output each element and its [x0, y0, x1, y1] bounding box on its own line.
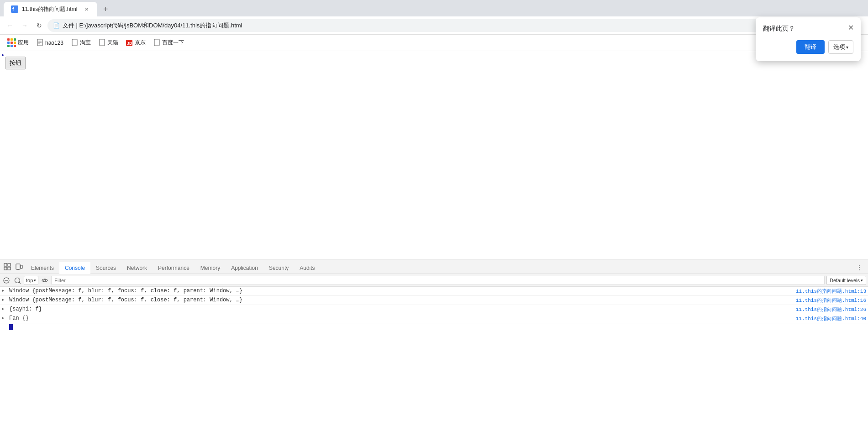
- console-input-row[interactable]: ▶: [0, 323, 868, 331]
- new-tab-btn[interactable]: +: [99, 3, 112, 16]
- inspect-element-btn[interactable]: [2, 261, 13, 272]
- console-link-4[interactable]: 11.this的指向问题.html:40: [796, 315, 866, 322]
- expand-icon-1[interactable]: ▶: [2, 288, 4, 293]
- translate-popup-title: 翻译此页？: [763, 25, 853, 33]
- page-body: 按钮: [0, 51, 868, 259]
- devtools-toolbar: Elements Console Sources Network Perform…: [0, 259, 868, 274]
- translate-popup: ✕ 翻译此页？ 翻译 选项 ▾: [756, 17, 861, 61]
- browser-frame: f 11.this的指向问题.html ✕ + ← → ↻ 📄 文件 | E:/…: [0, 0, 868, 437]
- nav-bar: ← → ↻ 📄 文件 | E:/javascript代码/jsBOM和DOM/d…: [0, 16, 868, 35]
- svg-text:JD: JD: [127, 41, 132, 46]
- svg-rect-19: [21, 265, 22, 269]
- apps-label: 应用: [18, 39, 29, 47]
- filter-icon-btn[interactable]: [13, 276, 22, 285]
- expand-icon-3[interactable]: ▶: [2, 306, 4, 311]
- context-value: top: [26, 278, 33, 283]
- console-row: ▶ Fan {} 11.this的指向问题.html:40: [0, 314, 868, 323]
- eye-icon-btn[interactable]: [40, 276, 49, 285]
- svg-rect-17: [16, 264, 20, 269]
- console-link-1[interactable]: 11.this的指向问题.html:13: [796, 288, 866, 295]
- bookmark-tianmao[interactable]: 天猫: [95, 37, 122, 48]
- clear-console-btn[interactable]: [2, 276, 11, 285]
- reload-icon: ↻: [37, 22, 42, 29]
- bookmark-baidu-icon: [153, 39, 160, 47]
- context-selector[interactable]: top ▾: [24, 276, 38, 285]
- options-chevron-icon: ▾: [846, 45, 848, 50]
- devtools-panel: Elements Console Sources Network Perform…: [0, 259, 868, 437]
- translate-close-btn[interactable]: ✕: [845, 22, 856, 33]
- svg-rect-13: [4, 263, 7, 266]
- chevron-down-icon: ▾: [34, 278, 36, 283]
- tab-security[interactable]: Security: [263, 262, 294, 275]
- bookmark-hao123[interactable]: hao123: [32, 37, 67, 48]
- tab-memory[interactable]: Memory: [195, 262, 226, 275]
- bookmark-apps[interactable]: 应用: [4, 37, 32, 49]
- bookmark-baidu-label: 百度一下: [162, 39, 184, 47]
- console-text-3: {sayhi: f}: [9, 306, 792, 312]
- bookmark-jd[interactable]: JD 京东: [122, 37, 149, 48]
- console-row: ▶ Window {postMessage: f, blur: f, focus…: [0, 296, 868, 305]
- tab-favicon: f: [11, 5, 18, 13]
- tab-bar: f 11.this的指向问题.html ✕ +: [0, 0, 868, 16]
- bookmark-doc-icon: [36, 39, 43, 47]
- filter-input[interactable]: [51, 276, 825, 285]
- svg-rect-16: [8, 267, 11, 270]
- options-btn[interactable]: 选项 ▾: [828, 40, 853, 54]
- bookmark-tianmao-label: 天猫: [107, 39, 118, 47]
- close-icon: ✕: [848, 23, 854, 32]
- bookmark-jd-icon: JD: [126, 39, 133, 47]
- apps-icon: [7, 38, 16, 47]
- console-cursor: [9, 324, 13, 330]
- page-content: 按钮: [0, 51, 868, 437]
- more-tabs-btn[interactable]: ⋮: [852, 261, 866, 274]
- tab-elements[interactable]: Elements: [26, 262, 59, 275]
- tab-title: 11.this的指向问题.html: [22, 5, 77, 13]
- address-bar[interactable]: 📄 文件 | E:/javascript代码/jsBOM和DOM/day04/1…: [47, 19, 806, 32]
- svg-rect-20: [21, 268, 22, 269]
- translate-popup-actions: 翻译 选项 ▾: [763, 40, 853, 54]
- console-link-2[interactable]: 11.this的指向问题.html:16: [796, 297, 866, 304]
- devtools-tabs: Elements Console Sources Network Perform…: [26, 259, 866, 274]
- bookmark-taobao-icon: [71, 39, 78, 47]
- forward-btn[interactable]: →: [18, 19, 31, 32]
- console-output: ▶ Window {postMessage: f, blur: f, focus…: [0, 287, 868, 437]
- expand-icon-4[interactable]: ▶: [2, 316, 4, 321]
- bookmark-tianmao-icon: [98, 39, 105, 47]
- console-text-4: Fan {}: [9, 315, 792, 321]
- svg-rect-9: [100, 39, 105, 46]
- bookmark-jd-label: 京东: [135, 39, 146, 47]
- levels-chevron-icon: ▾: [861, 278, 863, 283]
- tab-network[interactable]: Network: [121, 262, 153, 275]
- console-row: ▶ {sayhi: f} 11.this的指向问题.html:26: [0, 305, 868, 314]
- levels-label: Default levels: [830, 278, 860, 283]
- console-text-1: Window {postMessage: f, blur: f, focus: …: [9, 288, 792, 294]
- bookmark-baidu[interactable]: 百度一下: [149, 37, 188, 48]
- console-link-3[interactable]: 11.this的指向问题.html:26: [796, 306, 866, 313]
- levels-dropdown[interactable]: Default levels ▾: [826, 276, 866, 285]
- svg-rect-12: [154, 39, 159, 46]
- file-icon: 📄: [53, 22, 60, 29]
- bookmark-hao123-label: hao123: [45, 40, 63, 46]
- console-text-2: Window {postMessage: f, blur: f, focus: …: [9, 297, 792, 303]
- tab-close-btn[interactable]: ✕: [83, 5, 90, 13]
- svg-rect-14: [8, 263, 11, 266]
- bookmark-taobao-label: 淘宝: [80, 39, 91, 47]
- tab-performance[interactable]: Performance: [153, 262, 195, 275]
- back-btn[interactable]: ←: [4, 19, 16, 32]
- reload-btn[interactable]: ↻: [33, 19, 46, 32]
- page-button[interactable]: 按钮: [5, 57, 26, 69]
- svg-rect-15: [4, 267, 7, 270]
- back-icon: ←: [7, 22, 13, 29]
- tab-console[interactable]: Console: [59, 262, 90, 275]
- bookmark-taobao[interactable]: 淘宝: [67, 37, 95, 48]
- tab-application[interactable]: Application: [226, 262, 263, 275]
- options-label: 选项: [833, 43, 845, 51]
- svg-rect-18: [17, 269, 19, 270]
- tab-sources[interactable]: Sources: [90, 262, 121, 275]
- tab-audits[interactable]: Audits: [294, 262, 320, 275]
- translate-btn[interactable]: 翻译: [796, 40, 825, 54]
- svg-rect-8: [72, 39, 77, 46]
- expand-icon-2[interactable]: ▶: [2, 297, 4, 302]
- active-tab[interactable]: f 11.this的指向问题.html ✕: [4, 2, 97, 16]
- device-toggle-btn[interactable]: [14, 261, 25, 272]
